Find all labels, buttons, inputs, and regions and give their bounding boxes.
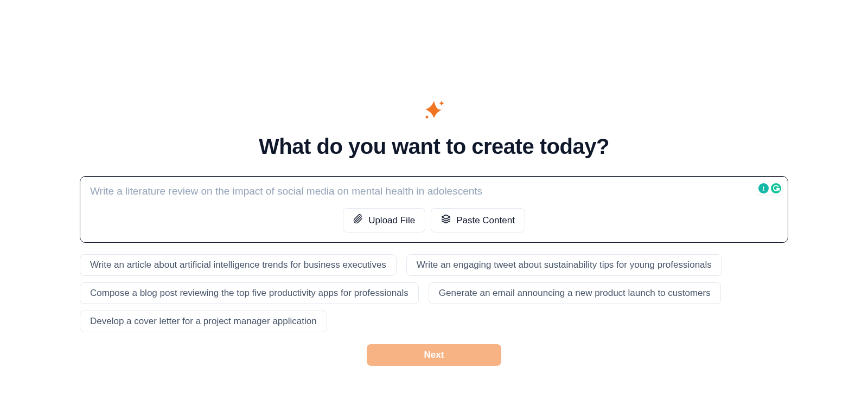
suggestion-chip[interactable]: Write an engaging tweet about sustainabi… [406,254,722,276]
prompt-input-box: Upload File Paste Content [80,176,788,243]
grammarly-icon[interactable] [771,183,781,193]
main-container: What do you want to create today? Upload… [0,98,868,366]
layers-icon [441,214,451,227]
paste-content-button[interactable]: Paste Content [431,208,525,232]
upload-file-button[interactable]: Upload File [343,208,425,232]
prompt-input[interactable] [90,185,778,201]
next-button[interactable]: Next [367,344,501,366]
svg-marker-1 [442,215,450,219]
suggestion-list: Write an article about artificial intell… [80,254,788,332]
suggestion-chip[interactable]: Generate an email announcing a new produ… [429,282,721,304]
sparkle-icon [422,98,446,124]
input-action-row: Upload File Paste Content [90,208,778,232]
paperclip-icon [353,214,363,227]
svg-point-0 [426,116,429,119]
paste-content-label: Paste Content [456,215,515,226]
suggestion-chip[interactable]: Write an article about artificial intell… [80,254,397,276]
svg-rect-3 [763,188,764,190]
upload-file-label: Upload File [368,215,415,226]
suggestion-chip[interactable]: Compose a blog post reviewing the top fi… [80,282,419,304]
svg-point-2 [763,186,764,188]
page-heading: What do you want to create today? [259,134,609,159]
assist-badge-icon[interactable] [758,183,769,193]
svg-rect-4 [763,190,765,191]
suggestion-chip[interactable]: Develop a cover letter for a project man… [80,311,327,332]
input-badges [757,182,782,195]
